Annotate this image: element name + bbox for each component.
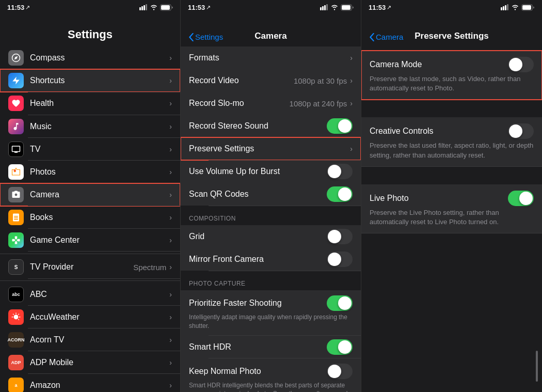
burst-toggle[interactable] bbox=[327, 164, 353, 179]
amazon-chevron: › bbox=[169, 381, 172, 389]
tvprovider-label: TV Provider bbox=[30, 262, 133, 272]
camera-panel: Settings Camera Formats › Record Video 1… bbox=[181, 0, 361, 392]
creative-controls-desc: Preserve the last used filter, aspect ra… bbox=[370, 141, 534, 160]
camera-item-record-slomo[interactable]: Record Slo-mo 1080p at 240 fps › bbox=[181, 92, 361, 115]
settings-item-gamecenter[interactable]: Game Center › bbox=[0, 229, 180, 252]
camera-item-record-video[interactable]: Record Video 1080p at 30 fps › bbox=[181, 69, 361, 92]
settings-item-tvprovider[interactable]: S TV Provider Spectrum › bbox=[0, 256, 180, 278]
camera-nav-title: Camera bbox=[254, 31, 286, 41]
amazon-icon: a bbox=[8, 378, 24, 393]
camera-mode-toggle[interactable] bbox=[508, 57, 534, 72]
formats-chevron: › bbox=[350, 54, 353, 62]
acorntv-label: Acorn TV bbox=[30, 335, 169, 344]
camera-item-stereo[interactable]: Record Stereo Sound bbox=[181, 115, 361, 137]
preserve-back-button[interactable]: Camera bbox=[370, 33, 403, 41]
settings-item-camera[interactable]: Camera › bbox=[0, 183, 180, 206]
svg-rect-14 bbox=[505, 5, 506, 10]
svg-rect-15 bbox=[507, 4, 508, 10]
record-video-value: 1080p at 30 fps bbox=[294, 76, 347, 85]
settings-item-tv[interactable]: TV › bbox=[0, 138, 180, 161]
creative-controls-toggle[interactable] bbox=[508, 123, 534, 139]
music-chevron: › bbox=[169, 122, 172, 131]
abc-label: ABC bbox=[30, 290, 169, 299]
settings-title: Settings bbox=[8, 28, 172, 41]
settings-item-abc[interactable]: abc ABC › bbox=[0, 283, 180, 306]
preserve-label: Preserve Settings bbox=[189, 144, 350, 153]
settings-panel: Settings Compass › Shortcuts › Health › bbox=[0, 0, 181, 392]
compass-chevron: › bbox=[169, 54, 172, 62]
grid-label: Grid bbox=[189, 232, 327, 241]
camera-item-formats[interactable]: Formats › bbox=[181, 46, 361, 69]
stereo-toggle[interactable] bbox=[327, 118, 353, 134]
svg-rect-11 bbox=[342, 5, 350, 10]
settings-item-music[interactable]: Music › bbox=[0, 115, 180, 138]
svg-rect-8 bbox=[324, 5, 326, 10]
camera-chevron: › bbox=[169, 191, 172, 199]
settings-item-books[interactable]: Books › bbox=[0, 206, 180, 229]
abc-icon: abc bbox=[8, 287, 24, 302]
health-chevron: › bbox=[169, 99, 172, 107]
record-video-chevron: › bbox=[350, 76, 353, 85]
battery-icon-3 bbox=[521, 4, 535, 11]
hdr-toggle[interactable] bbox=[327, 339, 353, 355]
live-photo-toggle[interactable] bbox=[508, 191, 534, 206]
scroll-indicator bbox=[536, 351, 538, 382]
settings-item-acorntv[interactable]: ACORN Acorn TV › bbox=[0, 328, 180, 351]
gamecenter-chevron: › bbox=[169, 236, 172, 244]
adp-icon: ADP bbox=[8, 355, 24, 370]
photos-icon bbox=[8, 164, 24, 180]
books-label: Books bbox=[30, 213, 169, 222]
settings-item-compass[interactable]: Compass › bbox=[0, 46, 180, 69]
svg-rect-1 bbox=[141, 6, 143, 10]
camera-item-grid[interactable]: Grid bbox=[181, 225, 361, 248]
normal-photo-label: Keep Normal Photo bbox=[189, 367, 327, 376]
tvprovider-chevron: › bbox=[169, 263, 172, 271]
camera-back-button[interactable]: Settings bbox=[189, 33, 223, 41]
record-slomo-value: 1080p at 240 fps bbox=[290, 99, 347, 108]
wifi-icon-2 bbox=[330, 4, 339, 10]
settings-item-accuweather[interactable]: AccuWeather › bbox=[0, 306, 180, 328]
svg-rect-12 bbox=[501, 7, 502, 10]
qr-label: Scan QR Codes bbox=[189, 190, 327, 199]
normal-photo-toggle[interactable] bbox=[327, 364, 353, 379]
record-slomo-label: Record Slo-mo bbox=[189, 99, 290, 108]
books-chevron: › bbox=[169, 213, 172, 222]
preserve-item-creative[interactable]: Creative Controls Preserve the last used… bbox=[361, 117, 542, 166]
camera-item-preserve[interactable]: Preserve Settings › bbox=[181, 137, 361, 160]
amazon-label: Amazon bbox=[30, 381, 169, 390]
qr-toggle[interactable] bbox=[327, 186, 353, 202]
svg-rect-17 bbox=[522, 5, 531, 10]
camera-item-faster-shooting[interactable]: Prioritize Faster Shooting Intelligently… bbox=[181, 290, 361, 336]
grid-toggle[interactable] bbox=[327, 229, 353, 244]
preserve-panel: Camera Preserve Settings Camera Mode Pre… bbox=[361, 0, 542, 392]
battery-icon-2 bbox=[341, 4, 354, 11]
svg-rect-5 bbox=[161, 5, 170, 10]
preserve-item-camera-mode[interactable]: Camera Mode Preserve the last mode, such… bbox=[361, 51, 542, 100]
live-photo-desc: Preserve the Live Photo setting, rather … bbox=[370, 208, 534, 227]
photos-label: Photos bbox=[30, 167, 169, 177]
settings-item-adp[interactable]: ADP ADP Mobile › bbox=[0, 351, 180, 374]
back-chevron-icon bbox=[189, 33, 194, 41]
photos-chevron: › bbox=[169, 168, 172, 176]
mirror-toggle[interactable] bbox=[327, 252, 353, 267]
music-icon bbox=[8, 119, 24, 134]
record-slomo-chevron: › bbox=[350, 99, 353, 107]
settings-item-photos[interactable]: Photos › bbox=[0, 161, 180, 183]
preserve-item-live-photo[interactable]: Live Photo Preserve the Live Photo setti… bbox=[361, 184, 542, 233]
camera-item-hdr[interactable]: Smart HDR bbox=[181, 336, 361, 358]
svg-marker-19 bbox=[14, 56, 18, 59]
adp-chevron: › bbox=[169, 358, 172, 367]
settings-item-health[interactable]: Health › bbox=[0, 92, 180, 115]
music-label: Music bbox=[30, 122, 169, 131]
settings-item-amazon[interactable]: a Amazon › bbox=[0, 374, 180, 393]
svg-rect-3 bbox=[146, 4, 147, 10]
signal-icon-3 bbox=[501, 4, 509, 10]
camera-item-burst[interactable]: Use Volume Up for Burst bbox=[181, 160, 361, 183]
camera-item-normal-photo[interactable]: Keep Normal Photo Smart HDR intelligentl… bbox=[181, 358, 361, 392]
composition-header: COMPOSITION bbox=[181, 206, 361, 225]
faster-shooting-toggle[interactable] bbox=[327, 295, 353, 311]
camera-item-qr[interactable]: Scan QR Codes bbox=[181, 183, 361, 206]
camera-item-mirror[interactable]: Mirror Front Camera bbox=[181, 248, 361, 271]
preserve-chevron: › bbox=[350, 145, 353, 153]
settings-item-shortcuts[interactable]: Shortcuts › bbox=[0, 69, 180, 92]
